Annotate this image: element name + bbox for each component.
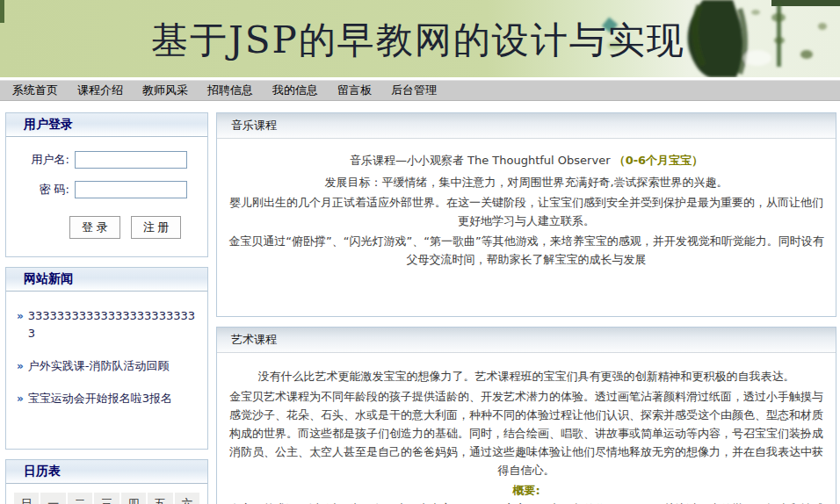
nav-item-recruitment[interactable]: 招聘信息: [207, 83, 253, 98]
news-item[interactable]: » 333333333333333333333333: [17, 307, 200, 342]
art-summary-label: 概要:: [228, 481, 825, 500]
news-link[interactable]: 333333333333333333333333: [28, 307, 200, 342]
art-paragraph: 没有什么比艺术更能激发宝宝的想像力了。艺术课程班的宝宝们具有更强的创新精神和更积…: [228, 367, 825, 385]
arrow-bullet-icon: »: [17, 360, 24, 372]
main-navigation: 系统首页 课程介绍 教师风采 招聘信息 我的信息 留言板 后台管理: [0, 80, 840, 101]
login-panel-header: 用户登录: [6, 113, 207, 137]
nav-item-message-board[interactable]: 留言板: [337, 83, 372, 98]
page-content: 用户登录 用户名: 密 码: 登 录 注 册 网站新闻: [0, 101, 840, 504]
news-link[interactable]: 户外实践课-消防队活动回顾: [28, 357, 170, 375]
login-panel: 用户登录 用户名: 密 码: 登 录 注 册: [5, 112, 208, 257]
music-course-title: 音乐课程—小小观察者 The Thoughtful Observer （0-6个…: [228, 151, 825, 169]
nav-item-home[interactable]: 系统首页: [12, 83, 58, 98]
login-button[interactable]: 登 录: [69, 216, 120, 239]
calendar-day-header: 一: [40, 493, 65, 504]
music-paragraph: 婴儿刚出生的几个月正试着适应外部世界。在这一关键阶段，让宝宝们感到安全并受到保护…: [228, 193, 825, 230]
username-label: 用户名:: [18, 152, 69, 168]
main-content: 音乐课程 音乐课程—小小观察者 The Thoughtful Observer …: [216, 112, 836, 504]
music-goal-text: 发展目标：平缓情绪，集中注意力，对周围世界充满好奇,尝试探索世界的兴趣。: [228, 173, 825, 191]
news-link[interactable]: 宝宝运动会开始报名啦3报名: [28, 390, 172, 407]
sidebar: 用户登录 用户名: 密 码: 登 录 注 册 网站新闻: [5, 112, 208, 504]
music-paragraph: 金宝贝通过“俯卧撑”、“闪光灯游戏”、“第一歌曲”等其他游戏，来培养宝宝的感观，…: [228, 232, 825, 269]
calendar-panel: 日历表 日 一 二 三 四 五 六: [5, 459, 208, 504]
news-item[interactable]: » 户外实践课-消防队活动回顾: [17, 357, 200, 375]
calendar-panel-header: 日历表: [6, 460, 207, 484]
art-paragraph: 金宝贝艺术课程为不同年龄段的孩子提供适龄的、开发艺术潜力的体验。透过画笔沾著颜料…: [228, 387, 825, 479]
music-age-highlight: （0-6个月宝宝）: [614, 154, 704, 167]
music-course-header: 音乐课程: [217, 113, 836, 139]
register-button[interactable]: 注 册: [131, 216, 182, 239]
art-course-header: 艺术课程: [217, 328, 836, 353]
news-panel: 网站新闻 » 333333333333333333333333 » 户外实践课-…: [5, 267, 208, 450]
calendar-day-header: 日: [14, 493, 39, 504]
calendar-day-header: 四: [121, 493, 146, 504]
calendar-day-header: 二: [68, 493, 92, 504]
music-course-panel: 音乐课程 音乐课程—小小观察者 The Thoughtful Observer …: [216, 112, 836, 317]
art-paragraph: 金宝贝艺术课程以“过程为导向，孩子为中心”，不需要宝宝们做出具象的作品，而是更关…: [228, 500, 825, 504]
arrow-bullet-icon: »: [17, 392, 24, 405]
art-course-panel: 艺术课程 没有什么比艺术更能激发宝宝的想像力了。艺术课程班的宝宝们具有更强的创新…: [216, 327, 836, 504]
nav-item-my-info[interactable]: 我的信息: [272, 83, 318, 98]
password-input[interactable]: [75, 181, 187, 198]
calendar-table: 日 一 二 三 四 五 六 1 2 3: [12, 491, 201, 504]
username-input[interactable]: [75, 151, 187, 169]
nav-item-admin[interactable]: 后台管理: [391, 83, 437, 98]
news-panel-header: 网站新闻: [6, 268, 207, 292]
news-item[interactable]: » 宝宝运动会开始报名啦3报名: [17, 390, 200, 407]
nav-item-courses[interactable]: 课程介绍: [77, 83, 123, 98]
calendar-day-header: 六: [175, 493, 199, 504]
nav-item-teachers[interactable]: 教师风采: [142, 83, 188, 98]
password-label: 密 码:: [18, 182, 69, 198]
arrow-bullet-icon: »: [17, 310, 24, 322]
calendar-day-header: 五: [148, 493, 172, 504]
calendar-day-header: 三: [94, 493, 119, 504]
site-title: 基于JSP的早教网的设计与实现: [151, 16, 685, 65]
banner: 基于JSP的早教网的设计与实现: [0, 0, 840, 77]
